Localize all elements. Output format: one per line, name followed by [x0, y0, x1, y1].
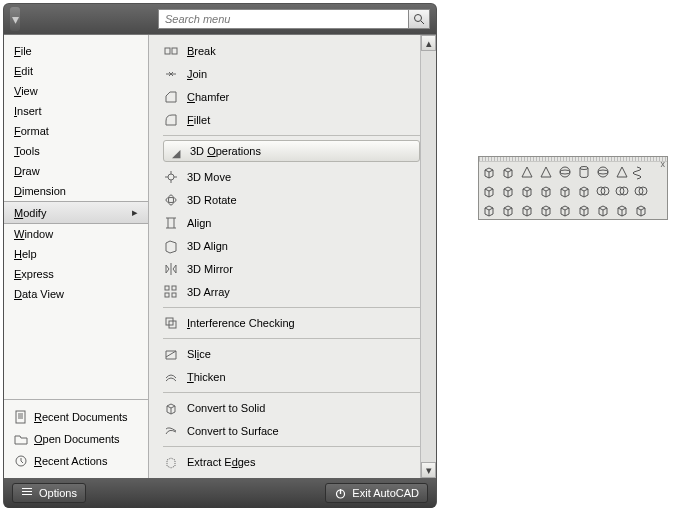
category-format[interactable]: Format — [4, 121, 148, 141]
exit-button[interactable]: Exit AutoCAD — [325, 483, 428, 503]
category-window[interactable]: Window — [4, 224, 148, 244]
cmd-break[interactable]: Break — [157, 40, 428, 62]
imprint-icon — [634, 203, 648, 217]
convert-icon — [520, 203, 534, 217]
tool-imprint[interactable] — [631, 200, 650, 219]
tool-offset[interactable] — [593, 200, 612, 219]
cmd-convert-to-solid[interactable]: Convert to Solid — [157, 397, 428, 419]
tool-cone[interactable] — [536, 162, 555, 181]
scrollbar[interactable]: ▴ ▾ — [420, 35, 436, 478]
tool-flatten[interactable] — [574, 200, 593, 219]
align3d-icon — [163, 238, 179, 254]
cmd-3d-align[interactable]: 3D Align — [157, 235, 428, 257]
close-icon[interactable]: x — [661, 159, 666, 169]
app-icon[interactable]: ▾ — [10, 7, 20, 31]
svg-point-23 — [560, 167, 570, 177]
recent-recent-actions[interactable]: Recent Actions — [4, 450, 148, 472]
tool-extrude[interactable] — [498, 181, 517, 200]
tool-helix[interactable] — [631, 162, 650, 181]
recent-open-documents[interactable]: Open Documents — [4, 428, 148, 450]
cmd-label: 3D Align — [187, 240, 228, 252]
cmd-interference-checking[interactable]: Interference Checking — [157, 312, 428, 334]
category-data-view[interactable]: Data View — [4, 284, 148, 304]
scroll-track[interactable] — [421, 51, 436, 462]
category-modify[interactable]: Modify▸ — [4, 201, 148, 224]
cmd-3d-move[interactable]: 3D Move — [157, 166, 428, 188]
presspull-icon — [520, 184, 534, 198]
intersect-icon — [634, 184, 648, 198]
cmd-label: Thicken — [187, 371, 226, 383]
cmd-3d-rotate[interactable]: 3D Rotate — [157, 189, 428, 211]
cmd-thicken[interactable]: Thicken — [157, 366, 428, 388]
category-draw[interactable]: Draw — [4, 161, 148, 181]
tool-section[interactable] — [555, 200, 574, 219]
tool-sweep[interactable] — [536, 181, 555, 200]
cmd-label: Interference Checking — [187, 317, 295, 329]
tool-pyramid[interactable] — [612, 162, 631, 181]
tosurf-icon — [163, 423, 179, 439]
modeling-toolbar[interactable]: x — [478, 156, 668, 220]
category-file[interactable]: File — [4, 41, 148, 61]
tool-slice[interactable] — [479, 200, 498, 219]
tool-revolve[interactable] — [555, 181, 574, 200]
cmd-convert-to-surface[interactable]: Convert to Surface — [157, 420, 428, 442]
shell-icon — [615, 203, 629, 217]
cmd-label: 3D Move — [187, 171, 231, 183]
svg-point-0 — [415, 15, 422, 22]
tool-thicken[interactable] — [498, 200, 517, 219]
tool-shell[interactable] — [612, 200, 631, 219]
options-button[interactable]: Options — [12, 483, 86, 503]
category-insert[interactable]: Insert — [4, 101, 148, 121]
cmd-align[interactable]: Align — [157, 212, 428, 234]
tool-mesh[interactable] — [536, 200, 555, 219]
recent-recent-documents[interactable]: Recent Documents — [4, 406, 148, 428]
scroll-up-button[interactable]: ▴ — [421, 35, 436, 51]
category-help[interactable]: Help — [4, 244, 148, 264]
search-button[interactable] — [408, 9, 430, 29]
cmd-join[interactable]: Join — [157, 63, 428, 85]
search-input[interactable] — [158, 9, 408, 29]
cmd-chamfer[interactable]: Chamfer — [157, 86, 428, 108]
tool-sphere[interactable] — [555, 162, 574, 181]
tool-union[interactable] — [593, 181, 612, 200]
category-express[interactable]: Express — [4, 264, 148, 284]
cmd-fillet[interactable]: Fillet — [157, 109, 428, 131]
tool-polysolid[interactable] — [479, 162, 498, 181]
tool-wedge[interactable] — [517, 162, 536, 181]
svg-rect-20 — [22, 488, 32, 489]
flatten-icon — [577, 203, 591, 217]
box-icon — [501, 165, 515, 179]
cmd-extract-edges[interactable]: Extract Edges — [157, 451, 428, 473]
svg-point-7 — [166, 198, 176, 203]
tool-loft[interactable] — [574, 181, 593, 200]
scroll-down-button[interactable]: ▾ — [421, 462, 436, 478]
group-3d-operations[interactable]: ◢3D Operations — [163, 140, 420, 162]
category-view[interactable]: View — [4, 81, 148, 101]
torus-icon — [596, 165, 610, 179]
cmd-label: Join — [187, 68, 207, 80]
cmd-3d-array[interactable]: 3D Array — [157, 281, 428, 303]
rot3d-icon — [163, 192, 179, 208]
recent-section: Recent DocumentsOpen DocumentsRecent Act… — [4, 399, 148, 478]
menu-content: FileEditViewInsertFormatToolsDrawDimensi… — [4, 34, 436, 478]
cmd-slice[interactable]: Slice — [157, 343, 428, 365]
category-tools[interactable]: Tools — [4, 141, 148, 161]
tool-cylinder[interactable] — [574, 162, 593, 181]
tool-subtract[interactable] — [612, 181, 631, 200]
offset-icon — [596, 203, 610, 217]
separator — [163, 338, 420, 339]
category-dimension[interactable]: Dimension — [4, 181, 148, 201]
category-edit[interactable]: Edit — [4, 61, 148, 81]
tool-presspull[interactable] — [517, 181, 536, 200]
tool-box[interactable] — [498, 162, 517, 181]
tool-planar[interactable] — [479, 181, 498, 200]
cmd-label: Break — [187, 45, 216, 57]
loft-icon — [577, 184, 591, 198]
cmd-solid-editing[interactable]: Solid Editing — [157, 474, 428, 478]
tool-convert[interactable] — [517, 200, 536, 219]
tool-torus[interactable] — [593, 162, 612, 181]
cmd-3d-mirror[interactable]: 3D Mirror — [157, 258, 428, 280]
magnifier-icon — [413, 13, 425, 25]
tool-intersect[interactable] — [631, 181, 650, 200]
extrude-icon — [501, 184, 515, 198]
